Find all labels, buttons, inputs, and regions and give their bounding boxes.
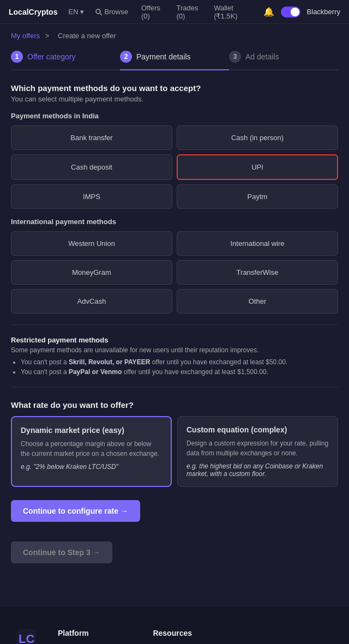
breadcrumb-current: Create a new offer xyxy=(58,32,116,40)
payment-btn-other[interactable]: Other xyxy=(177,289,338,314)
breadcrumb-parent[interactable]: My offers xyxy=(11,32,40,40)
restricted-item-2: You can't post a PayPal or Venmo offer u… xyxy=(21,368,338,376)
footer: LC Platform Payment methods Trade Bitcoi… xyxy=(0,607,349,644)
user-menu[interactable]: Blackberry xyxy=(307,8,340,16)
breadcrumb-separator: > xyxy=(45,32,50,40)
rate-card-custom-desc: Design a custom expression for your rate… xyxy=(186,438,329,458)
payment-btn-imps[interactable]: IMPS xyxy=(11,184,172,209)
footer-logo-area: LC xyxy=(16,629,36,644)
step-2[interactable]: 2 Payment details xyxy=(120,44,229,70)
step-3-label: Ad details xyxy=(245,52,279,61)
footer-logo: LC xyxy=(16,629,36,644)
nav-logo: LocalCryptos xyxy=(9,8,57,16)
payment-btn-international-wire[interactable]: International wire xyxy=(177,231,338,256)
restricted-sub: Some payment methods are unavailable for… xyxy=(11,346,338,354)
localcryptos-logo-icon: LC xyxy=(16,629,36,644)
search-icon xyxy=(95,8,103,16)
step-3[interactable]: 3 Ad details xyxy=(229,44,338,69)
payment-btn-cash-in-person[interactable]: Cash (in person) xyxy=(177,125,338,150)
step-1[interactable]: 1 Offer category xyxy=(11,44,120,69)
payment-section-sub: You can select multiple payment methods. xyxy=(11,95,338,103)
payment-section-title: Which payment methods do you want to acc… xyxy=(11,83,338,93)
rate-options-grid: Dynamic market price (easy) Choose a per… xyxy=(11,416,338,487)
footer-columns: Platform Payment methods Trade Bitcoin (… xyxy=(58,629,333,644)
svg-point-0 xyxy=(96,9,100,14)
rate-card-custom[interactable]: Custom equation (complex) Design a custo… xyxy=(177,416,338,487)
payment-btn-cash-deposit[interactable]: Cash deposit xyxy=(11,154,172,180)
payment-btn-upi[interactable]: UPI xyxy=(177,154,338,180)
footer-platform-title: Platform xyxy=(58,629,120,637)
divider-2 xyxy=(11,387,338,387)
restricted-item-1: You can't post a Skrill, Revolut, or PAY… xyxy=(21,358,338,366)
rate-section: What rate do you want to offer? Dynamic … xyxy=(11,400,338,487)
payment-btn-western-union[interactable]: Western Union xyxy=(11,231,172,256)
payment-btn-advcash[interactable]: AdvCash xyxy=(11,289,172,314)
svg-text:LC: LC xyxy=(19,632,34,644)
rate-section-title: What rate do you want to offer? xyxy=(11,400,338,410)
payment-btn-moneygram[interactable]: MoneyGram xyxy=(11,260,172,285)
footer-top: LC Platform Payment methods Trade Bitcoi… xyxy=(16,629,333,644)
continue-step3-button[interactable]: Continue to Step 3 → xyxy=(11,541,112,563)
main-content: 1 Offer category 2 Payment details 3 Ad … xyxy=(0,44,349,585)
nav-wallet[interactable]: Wallet (₹1.5K) xyxy=(214,4,252,20)
divider-1 xyxy=(11,324,338,325)
international-group-label: International payment methods xyxy=(11,218,338,226)
payment-btn-transferwise[interactable]: TransferWise xyxy=(177,260,338,285)
theme-toggle[interactable] xyxy=(281,7,300,17)
rate-card-dynamic[interactable]: Dynamic market price (easy) Choose a per… xyxy=(11,416,172,487)
configure-rate-section: Continue to configure rate → xyxy=(11,500,338,522)
nav-offers[interactable]: Offers (0) xyxy=(141,4,167,20)
breadcrumb: My offers > Create a new offer xyxy=(0,24,349,44)
india-payment-grid: Bank transfer Cash (in person) Cash depo… xyxy=(11,125,338,209)
step-3-num: 3 xyxy=(229,51,241,63)
notification-bell-icon[interactable]: 🔔 xyxy=(263,7,274,17)
nav-language[interactable]: EN ▾ xyxy=(68,8,83,16)
restricted-list: You can't post a Skrill, Revolut, or PAY… xyxy=(11,358,338,376)
nav-browse[interactable]: Browse xyxy=(95,8,128,16)
india-group-label: Payment methods in India xyxy=(11,112,338,120)
nav-trades[interactable]: Trades (0) xyxy=(176,4,204,20)
footer-resources-col: Resources FAQ LocalCryptos Academy Crypt… xyxy=(153,629,225,644)
rate-card-custom-example: e.g. the highest bid on any Coinbase or … xyxy=(186,462,329,478)
configure-rate-button[interactable]: Continue to configure rate → xyxy=(11,500,140,522)
svg-line-1 xyxy=(100,13,102,15)
footer-resources-title: Resources xyxy=(153,629,225,637)
steps-bar: 1 Offer category 2 Payment details 3 Ad … xyxy=(11,44,338,70)
rate-card-dynamic-title: Dynamic market price (easy) xyxy=(21,426,162,435)
step-2-label: Payment details xyxy=(136,52,191,61)
rate-card-dynamic-desc: Choose a percentage margin above or belo… xyxy=(21,439,162,459)
toggle-dot xyxy=(291,8,299,16)
step-1-num: 1 xyxy=(11,51,23,63)
international-payment-grid: Western Union International wire MoneyGr… xyxy=(11,231,338,314)
payment-btn-bank-transfer[interactable]: Bank transfer xyxy=(11,125,172,150)
rate-card-dynamic-example: e.g. "2% below Kraken LTC/USD" xyxy=(21,463,162,471)
restricted-title: Restricted payment methods xyxy=(11,336,338,344)
rate-card-custom-title: Custom equation (complex) xyxy=(186,425,329,434)
step-1-label: Offer category xyxy=(27,52,75,61)
navbar: LocalCryptos EN ▾ Browse Offers (0) Trad… xyxy=(0,0,349,24)
footer-platform-col: Platform Payment methods Trade Bitcoin (… xyxy=(58,629,120,644)
nav-links: Offers (0) Trades (0) Wallet (₹1.5K) xyxy=(141,4,252,20)
payment-btn-paytm[interactable]: Paytm xyxy=(177,184,338,209)
restricted-section: Restricted payment methods Some payment … xyxy=(11,324,338,387)
step-2-num: 2 xyxy=(120,51,132,63)
nav-right: 🔔 Blackberry xyxy=(263,7,340,17)
